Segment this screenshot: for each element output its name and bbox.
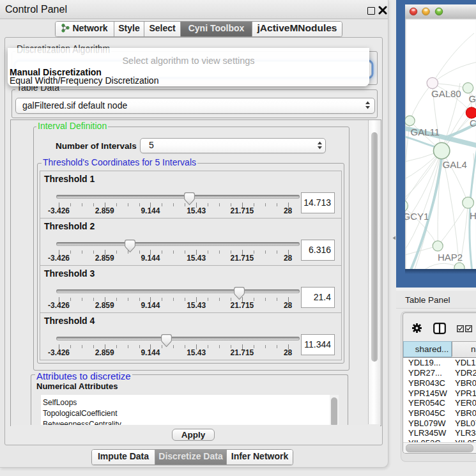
- svg-text:GCY1: GCY1: [405, 211, 429, 222]
- svg-text:HAP2: HAP2: [438, 252, 463, 263]
- svg-text:GAL80: GAL80: [431, 88, 461, 99]
- svg-text:GA: GA: [469, 93, 476, 104]
- svg-text:H: H: [470, 210, 476, 221]
- svg-text:GAL11: GAL11: [411, 127, 440, 137]
- svg-text:C: C: [470, 118, 476, 128]
- svg-text:GAL4: GAL4: [443, 159, 467, 170]
